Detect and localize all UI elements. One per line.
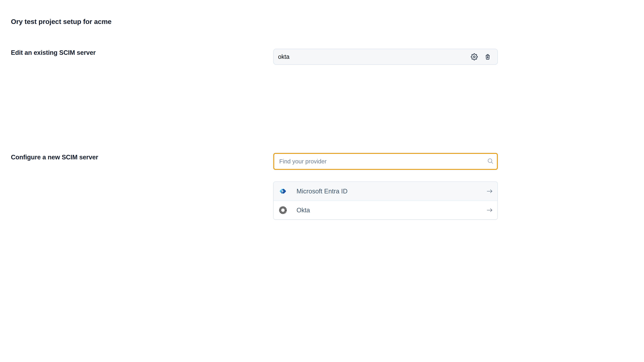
scim-setup-page: Ory test project setup for acme Edit an … bbox=[0, 0, 644, 362]
gear-icon bbox=[471, 53, 478, 60]
provider-label: Okta bbox=[296, 207, 487, 214]
provider-label: Microsoft Entra ID bbox=[296, 188, 487, 195]
section-heading-edit: Edit an existing SCIM server bbox=[11, 49, 96, 56]
settings-button[interactable] bbox=[470, 52, 479, 61]
scim-server-card: okta bbox=[273, 49, 498, 65]
provider-search bbox=[273, 153, 498, 170]
section-heading-configure: Configure a new SCIM server bbox=[11, 153, 98, 161]
arrow-right-icon bbox=[487, 189, 493, 193]
microsoft-entra-id-logo bbox=[278, 187, 288, 196]
trash-icon bbox=[484, 53, 491, 60]
delete-button[interactable] bbox=[483, 52, 492, 61]
provider-list: Microsoft Entra ID Okta bbox=[273, 182, 498, 220]
provider-search-input[interactable] bbox=[273, 153, 498, 170]
page-title: Ory test project setup for acme bbox=[11, 17, 112, 26]
server-name: okta bbox=[278, 53, 470, 60]
provider-row-microsoft-entra-id[interactable]: Microsoft Entra ID bbox=[274, 182, 498, 201]
arrow-right-icon bbox=[487, 208, 493, 212]
okta-logo bbox=[278, 206, 288, 215]
provider-row-okta[interactable]: Okta bbox=[274, 201, 498, 219]
